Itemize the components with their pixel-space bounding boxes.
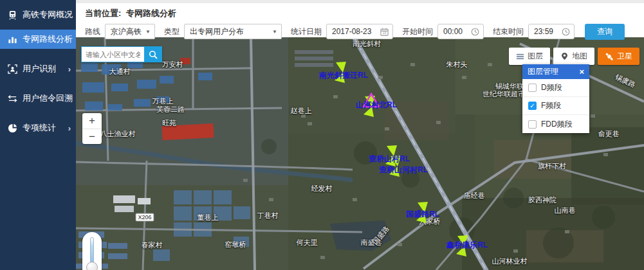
map-place-label: 经发村 xyxy=(311,184,333,194)
layer-option-f-band[interactable]: ✓ F频段 xyxy=(522,97,589,115)
sidebar: 高铁专网概况 专网路线分析 用户识别 › 用户信令回溯 专项统计 › xyxy=(0,0,76,270)
layer-option-d-band[interactable]: D频段 xyxy=(522,79,589,97)
type-select-value: 出专网用户分布 xyxy=(190,26,244,37)
search-button[interactable] xyxy=(144,46,162,62)
sidebar-item-signal-trace[interactable]: 用户信令回溯 xyxy=(0,89,76,108)
type-select[interactable]: 出专网用户分布 ▼ xyxy=(184,24,282,39)
breadcrumb-label: 当前位置: xyxy=(85,8,121,18)
sidebar-item-label: 高铁专网概况 xyxy=(23,9,73,21)
chevron-right-icon: › xyxy=(68,123,71,133)
slider-handle[interactable] xyxy=(86,262,98,270)
cell-site-label: 山河村北RL xyxy=(356,100,397,111)
layer-option-fdd-band[interactable]: FDD频段 xyxy=(522,115,589,133)
map-pin-icon xyxy=(560,52,569,60)
map-place-label: 何夫里 xyxy=(297,238,318,248)
sidebar-item-user-identify[interactable]: 用户识别 › xyxy=(0,59,76,78)
map-place-label: 世纪华联超市 xyxy=(483,89,525,99)
sidebar-item-label: 用户信令回溯 xyxy=(23,93,73,104)
date-label: 统计日期 xyxy=(291,26,322,37)
checkbox-unchecked[interactable] xyxy=(528,84,537,92)
layers-button-label: 图层 xyxy=(528,51,543,62)
calendar-icon[interactable]: 15 xyxy=(380,28,389,36)
map-mode-button[interactable]: 地图 xyxy=(553,48,594,65)
route-select[interactable]: 京沪高铁 ▼ xyxy=(105,24,155,39)
chevron-down-icon: ▼ xyxy=(272,29,277,35)
map-place-label: 董巷上 xyxy=(198,213,219,222)
date-input[interactable] xyxy=(332,27,378,36)
layer-option-label: F频段 xyxy=(541,100,561,111)
zoom-in-button[interactable]: + xyxy=(82,113,102,129)
end-time-input[interactable] xyxy=(534,27,559,36)
map-place-label: 赵巷上 xyxy=(291,106,312,116)
top-toolbar: 当前位置: 专网路线分析 路线 京沪高铁 ▼ 类型 出专网用户分布 ▼ 统计日期… xyxy=(76,0,644,37)
clock-icon[interactable] xyxy=(471,28,479,36)
map-place-label: 庙经巷 xyxy=(464,191,485,201)
map-place-label: 丁巷村 xyxy=(257,211,279,221)
end-time-input-wrap xyxy=(528,24,575,39)
map-place-label: 山河林业村 xyxy=(492,256,528,266)
map-place-label: 八士渔业村 xyxy=(100,129,136,139)
layer-panel-header: 图层管理 × xyxy=(522,64,589,79)
satellite-mode-button[interactable]: 卫星 xyxy=(598,48,639,65)
user-scan-icon xyxy=(8,64,17,74)
filter-bar: 路线 京沪高铁 ▼ 类型 出专网用户分布 ▼ 统计日期 15 开始时间 结束时间… xyxy=(76,22,644,41)
zoom-out-button[interactable]: − xyxy=(82,129,102,144)
road-badge: X206 xyxy=(135,213,154,222)
cell-site-label: 查桥山河村RL xyxy=(379,165,428,176)
sidebar-item-overview[interactable]: 高铁专网概况 xyxy=(0,5,76,24)
map-place-label: 春家村 xyxy=(142,240,163,250)
cell-search xyxy=(81,46,162,62)
start-time-label: 开始时间 xyxy=(402,26,433,37)
swap-arrows-icon xyxy=(8,94,17,104)
layer-option-label: D频段 xyxy=(541,82,562,93)
bar-chart-icon xyxy=(8,35,17,44)
search-icon xyxy=(149,50,158,59)
chevron-right-icon: › xyxy=(68,64,71,74)
map-place-label: 旺苑 xyxy=(162,118,176,128)
clock-icon[interactable] xyxy=(562,28,570,36)
page-title: 专网路线分析 xyxy=(126,8,176,18)
start-time-input[interactable] xyxy=(443,27,468,36)
map-place-label: 俞更巷 xyxy=(598,129,620,139)
train-icon xyxy=(8,10,17,20)
map-canvas[interactable]: 大通村万安村万巷上芙蓉二路旺苑八士渔业村南光斜村朱村头赵巷上经发村董巷上丁巷村春… xyxy=(76,37,644,270)
layer-manager-panel: 图层管理 × D频段 ✓ F频段 FDD频段 xyxy=(522,64,589,133)
sidebar-item-route-analysis[interactable]: 专网路线分析 xyxy=(0,30,76,49)
checkbox-checked[interactable]: ✓ xyxy=(528,102,537,110)
sidebar-item-label: 用户识别 xyxy=(23,63,63,75)
layers-button[interactable]: 图层 xyxy=(509,48,550,65)
query-button[interactable]: 查询 xyxy=(585,24,625,40)
map-place-label: 胶西神院 xyxy=(528,195,557,205)
svg-text:15: 15 xyxy=(382,31,386,35)
cell-site-label: 南光斜搬迁RL xyxy=(319,70,368,81)
search-input[interactable] xyxy=(81,46,144,62)
cell-site-label: 国盛路RL xyxy=(406,209,439,220)
layer-panel-title: 图层管理 xyxy=(528,66,558,77)
map-zoom-slider[interactable] xyxy=(82,232,102,270)
type-label: 类型 xyxy=(164,26,179,37)
map-place-label: 大通村 xyxy=(109,67,131,76)
map-place-label: 山南巷 xyxy=(555,206,576,215)
layers-icon xyxy=(516,53,524,60)
cell-site-label: 查桥山村RL xyxy=(369,154,410,165)
map-place-label: 芙蓉二路 xyxy=(156,105,185,114)
route-select-value: 京沪高铁 xyxy=(111,26,142,37)
cell-site-label: 鑫桥康乐RL xyxy=(446,240,488,251)
date-input-wrap: 15 xyxy=(326,24,393,39)
map-zoom-controls: + − xyxy=(82,113,102,144)
map-place-label: 朱村头 xyxy=(446,60,468,69)
map-place-label: 万安村 xyxy=(162,60,183,69)
start-time-input-wrap xyxy=(437,24,484,39)
map-mode-button-label: 地图 xyxy=(572,51,587,62)
pie-chart-icon xyxy=(8,123,17,133)
sidebar-item-label: 专项统计 xyxy=(23,122,63,134)
map-view-buttons: 图层 地图 卫星 xyxy=(509,48,639,65)
breadcrumb: 当前位置: 专网路线分析 xyxy=(76,3,644,22)
chevron-down-icon: ▼ xyxy=(145,29,151,35)
checkbox-unchecked[interactable] xyxy=(528,120,537,129)
satellite-mode-button-label: 卫星 xyxy=(617,51,632,62)
close-icon[interactable]: × xyxy=(579,68,584,76)
map-place-label: 旗杆下村 xyxy=(538,161,566,171)
sidebar-item-special-stats[interactable]: 专项统计 › xyxy=(0,118,76,138)
layer-option-label: FDD频段 xyxy=(541,119,573,130)
